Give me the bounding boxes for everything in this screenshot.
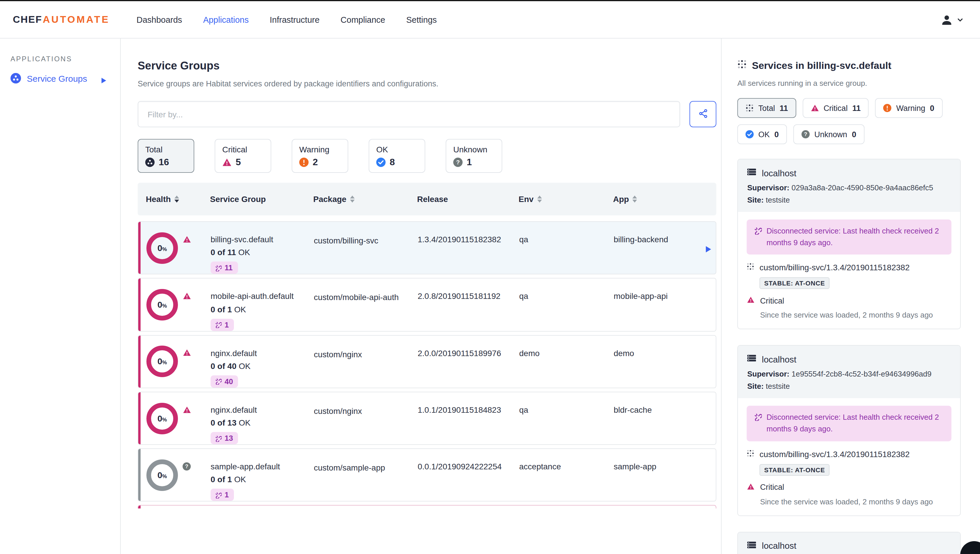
sidebar-item-service-groups[interactable]: Service Groups bbox=[11, 73, 120, 83]
panel-title: Services in billing-svc.default bbox=[737, 59, 961, 72]
release-cell: 0.0.1/20190924222254 bbox=[418, 449, 519, 501]
page-subtitle: Service groups are Habitat services orde… bbox=[138, 80, 721, 88]
warning-triangle-icon bbox=[183, 406, 191, 414]
column-header-env[interactable]: Env bbox=[519, 195, 613, 204]
stat-label: Unknown bbox=[453, 145, 495, 154]
service-package: custom/billing-svc/1.3.4/20190115182382 bbox=[759, 263, 910, 272]
page-title: Service Groups bbox=[138, 59, 721, 72]
column-header-service-group[interactable]: Service Group bbox=[210, 195, 313, 204]
disconnected-badge[interactable]: 13 bbox=[211, 432, 238, 444]
services-grid-icon bbox=[747, 263, 754, 272]
service-package: custom/billing-svc/1.3.4/20190115182382 bbox=[759, 449, 910, 458]
disconnected-badge[interactable]: 1 bbox=[211, 489, 234, 501]
stat-card-critical[interactable]: Critical 5 bbox=[215, 139, 271, 173]
table-row[interactable]: 0% nginx.default 0 of 40 OK 40 custom/ng… bbox=[138, 335, 716, 388]
env-cell: qa bbox=[519, 392, 614, 445]
ok-count: 0 of 40 OK bbox=[211, 361, 307, 371]
services-grid-icon bbox=[746, 104, 754, 112]
service-status: Critical bbox=[760, 297, 784, 305]
nav-item-compliance[interactable]: Compliance bbox=[340, 15, 385, 24]
top-navigation: CHEF AUTOMATE Dashboards Applications In… bbox=[0, 1, 980, 38]
table-row-partial[interactable] bbox=[138, 505, 716, 509]
disconnected-alert: Disconnected service: Last health check … bbox=[747, 219, 951, 255]
broken-link-icon bbox=[754, 412, 762, 436]
site: Site: testsite bbox=[747, 382, 951, 391]
warning-triangle-icon bbox=[747, 482, 755, 492]
broken-link-icon bbox=[754, 225, 762, 249]
host-name: localhost bbox=[762, 354, 796, 364]
stat-card-warning[interactable]: Warning 2 bbox=[292, 139, 348, 173]
question-circle-icon: ? bbox=[183, 462, 191, 471]
table-row[interactable]: 0% nginx.default 0 of 13 OK 13 custom/ng… bbox=[138, 392, 716, 445]
column-header-package[interactable]: Package bbox=[313, 195, 417, 204]
service-groups-table: Health Service Group Package Release Env… bbox=[138, 183, 716, 509]
service-filter-chips: Total11 Critical11 Warning0 OK0 ?Unknown… bbox=[737, 98, 947, 144]
stat-value: 2 bbox=[313, 157, 318, 168]
chip-warning[interactable]: Warning0 bbox=[875, 98, 943, 118]
service-card[interactable]: localhost Supervisor: 2fb65869-de1b-4341… bbox=[737, 532, 961, 554]
nav-item-applications[interactable]: Applications bbox=[203, 15, 248, 24]
column-header-health[interactable]: Health bbox=[138, 195, 210, 204]
services-grid-icon bbox=[747, 449, 754, 458]
cluster-icon bbox=[145, 158, 154, 167]
release-cell: 1.3.4/20190115182382 bbox=[418, 222, 519, 274]
column-header-release[interactable]: Release bbox=[417, 195, 519, 204]
stat-card-ok[interactable]: OK 8 bbox=[369, 139, 425, 173]
ok-count: 0 of 1 OK bbox=[211, 305, 307, 314]
disconnected-alert: Disconnected service: Last health check … bbox=[747, 406, 951, 441]
table-row[interactable]: 0% mobile-api-auth.default 0 of 1 OK 1 c… bbox=[138, 278, 716, 332]
services-grid-icon bbox=[737, 59, 747, 72]
table-row[interactable]: 0% ? sample-app.default 0 of 1 OK 1 cust… bbox=[138, 448, 716, 502]
server-icon bbox=[747, 540, 756, 551]
package-cell: custom/billing-svc bbox=[314, 236, 378, 245]
server-icon bbox=[747, 354, 756, 364]
disconnected-badge[interactable]: 11 bbox=[211, 262, 238, 274]
service-group-name: mobile-api-auth.default bbox=[211, 291, 298, 302]
service-group-name: nginx.default bbox=[211, 404, 298, 416]
health-donut: 0% bbox=[146, 402, 178, 434]
sort-icon[interactable] bbox=[350, 196, 355, 203]
stat-card-unknown[interactable]: Unknown ?1 bbox=[445, 139, 502, 173]
sort-icon[interactable] bbox=[537, 196, 542, 203]
table-header: Health Service Group Package Release Env… bbox=[138, 183, 716, 216]
column-header-app[interactable]: App bbox=[613, 195, 716, 204]
disconnected-badge[interactable]: 40 bbox=[211, 375, 238, 388]
stat-label: Total bbox=[145, 145, 187, 154]
health-donut: 0% bbox=[146, 289, 178, 321]
exclamation-circle-icon bbox=[883, 104, 892, 112]
share-button[interactable] bbox=[689, 101, 716, 127]
app-cell: bldr-cache bbox=[614, 392, 716, 445]
chip-critical[interactable]: Critical11 bbox=[803, 98, 869, 118]
env-cell: qa bbox=[519, 279, 614, 331]
nav-item-settings[interactable]: Settings bbox=[406, 15, 437, 24]
release-cell: 1.0.1/20190115184823 bbox=[418, 392, 519, 445]
server-icon bbox=[747, 168, 756, 178]
broken-link-icon bbox=[215, 321, 222, 328]
stat-card-total[interactable]: Total 16 bbox=[138, 139, 194, 173]
nav-item-infrastructure[interactable]: Infrastructure bbox=[270, 15, 320, 24]
row-selected-arrow-icon bbox=[706, 244, 711, 251]
service-group-name: billing-svc.default bbox=[211, 233, 298, 246]
broken-link-icon bbox=[215, 265, 222, 271]
user-menu[interactable] bbox=[940, 13, 968, 26]
nav-item-dashboards[interactable]: Dashboards bbox=[137, 15, 182, 24]
health-donut: 0% bbox=[146, 460, 178, 491]
service-groups-icon bbox=[11, 73, 21, 83]
sort-icon[interactable] bbox=[174, 196, 179, 203]
table-row[interactable]: 0% billing-svc.default 0 of 11 OK 11 cus… bbox=[138, 221, 716, 275]
sort-icon[interactable] bbox=[632, 196, 637, 203]
service-card[interactable]: localhost Supervisor: 1e95554f-2cb8-4c52… bbox=[737, 345, 961, 516]
chip-total[interactable]: Total11 bbox=[737, 98, 796, 118]
stat-value: 16 bbox=[159, 157, 169, 168]
chip-ok[interactable]: OK0 bbox=[737, 125, 787, 144]
ok-count: 0 of 13 OK bbox=[211, 418, 307, 427]
supervisor-id: Supervisor: 1e95554f-2cb8-4c52-b34f-e946… bbox=[747, 370, 951, 378]
filter-input[interactable] bbox=[138, 101, 680, 127]
disconnected-badge[interactable]: 1 bbox=[211, 318, 234, 331]
package-cell: custom/nginx bbox=[314, 406, 362, 416]
warning-triangle-icon bbox=[183, 235, 191, 243]
chip-unknown[interactable]: ?Unknown0 bbox=[793, 125, 864, 144]
chef-automate-logo[interactable]: CHEF AUTOMATE bbox=[13, 14, 127, 26]
warning-triangle-icon bbox=[222, 158, 232, 167]
service-card[interactable]: localhost Supervisor: 029a3a8a-20ac-4590… bbox=[737, 159, 961, 329]
